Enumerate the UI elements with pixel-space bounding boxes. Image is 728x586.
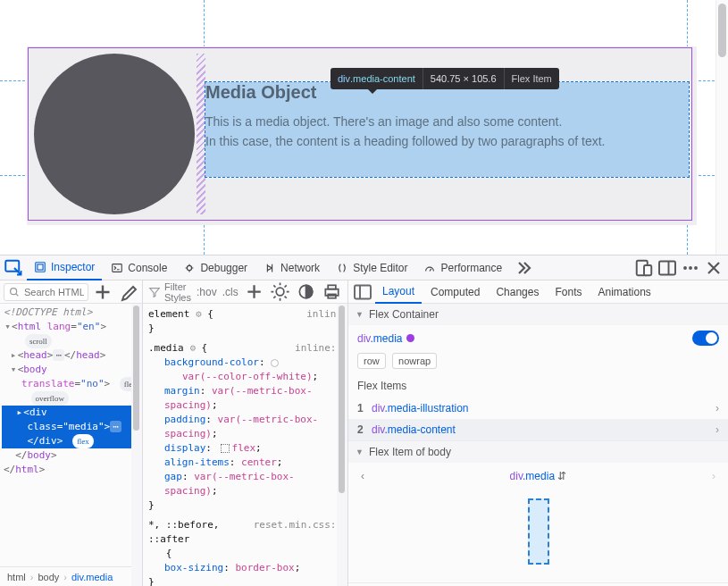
crumb-current[interactable]: div.media <box>70 572 114 582</box>
pick-element-icon[interactable] <box>4 257 25 279</box>
performance-icon <box>423 262 436 274</box>
badge-flex[interactable]: flex <box>72 434 94 448</box>
search-html[interactable] <box>4 283 88 301</box>
markup-scrollbar[interactable] <box>131 304 142 586</box>
doctype: <!DOCTYPE html> <box>4 306 92 318</box>
tab-performance[interactable]: Performance <box>416 255 509 280</box>
tab-console[interactable]: Console <box>104 255 174 280</box>
prev-sibling-icon[interactable]: ‹ <box>361 470 364 482</box>
hov-toggle[interactable]: :hov <box>197 286 217 298</box>
twisty-icon: ▼ <box>356 448 364 456</box>
tab-label: Console <box>128 262 167 274</box>
gear-icon[interactable]: ⚙ <box>189 342 196 354</box>
overlay-toggle[interactable] <box>692 331 719 346</box>
inspector-icon <box>34 261 46 273</box>
badge-scroll[interactable]: scroll <box>25 334 52 348</box>
add-node-icon[interactable] <box>92 281 113 303</box>
scrollbar-thumb[interactable] <box>718 4 726 57</box>
responsive-mode-icon[interactable] <box>633 257 655 279</box>
tab-style-editor[interactable]: Style Editor <box>329 255 414 280</box>
svg-point-10 <box>694 266 698 270</box>
side-tab-animations[interactable]: Animations <box>590 280 657 304</box>
css-prop[interactable]: background-color <box>164 356 259 368</box>
chevron-right-icon: › <box>28 572 37 582</box>
css-prop[interactable]: gap <box>164 471 182 482</box>
selected-node[interactable]: ▸<div <box>2 406 142 420</box>
tab-debugger[interactable]: Debugger <box>176 255 255 280</box>
contrast-icon[interactable] <box>296 281 316 303</box>
side-tab-changes[interactable]: Changes <box>489 280 546 304</box>
badge-overflow[interactable]: overflow <box>31 391 70 406</box>
svg-rect-15 <box>328 285 336 289</box>
css-prop[interactable]: padding <box>164 414 205 425</box>
css-value[interactable]: flex <box>232 442 256 454</box>
overflow-tabs-icon[interactable] <box>511 257 532 279</box>
markup-pane: <!DOCTYPE html> ▾<html lang="en"> scroll… <box>0 280 143 586</box>
rule-selector[interactable]: *, ::before, ::after <box>148 518 254 547</box>
svg-rect-17 <box>355 285 371 298</box>
more-options-icon[interactable] <box>680 257 701 279</box>
cls-toggle[interactable]: .cls <box>222 286 238 298</box>
close-devtools-icon[interactable] <box>703 257 724 279</box>
side-tabs: Layout Computed Changes Fonts Animations <box>348 280 728 304</box>
print-media-icon[interactable] <box>322 281 342 303</box>
search-html-input[interactable] <box>24 287 84 297</box>
svg-rect-2 <box>38 264 43 270</box>
eyedropper-icon[interactable] <box>117 281 138 303</box>
rule-selector[interactable]: .media <box>148 342 184 354</box>
flex-item-row[interactable]: 1 div.media-illustration › <box>348 398 728 419</box>
flex-container-link[interactable]: div.media <box>357 332 402 345</box>
css-prop[interactable]: box-sizing <box>164 562 223 573</box>
section-flex-item-of: ▼Flex Item of body ‹ div.media ⇵ › <box>348 441 728 583</box>
flex-badge-icon[interactable] <box>221 444 230 453</box>
layout-pane: Layout Computed Changes Fonts Animations… <box>348 280 728 586</box>
section-title: Flex Container <box>369 308 439 321</box>
crumb[interactable]: html <box>5 572 28 582</box>
rule-source[interactable]: inline:5 <box>295 341 342 356</box>
gear-icon[interactable]: ⚙ <box>196 308 202 320</box>
page-scrollbar[interactable] <box>715 0 728 255</box>
css-prop[interactable]: display <box>164 442 205 454</box>
light-mode-icon[interactable] <box>270 281 290 303</box>
chevron-right-icon: › <box>715 402 719 414</box>
flex-parent-link[interactable]: div.media ⇵ <box>510 470 567 482</box>
tooltip-dimensions: 540.75 × 105.6 <box>423 68 504 89</box>
tooltip-class: .media-content <box>350 73 415 84</box>
side-tab-layout[interactable]: Layout <box>375 280 422 304</box>
tab-network[interactable]: Network <box>256 255 327 280</box>
flex-item-outline <box>528 498 549 565</box>
chevron-right-icon: › <box>61 572 70 582</box>
section-header[interactable]: ▼Flex Item of body <box>348 441 728 463</box>
rules-toolbar: Filter Styles :hov .cls <box>143 280 347 304</box>
filter-styles[interactable]: Filter Styles <box>148 281 191 303</box>
devtools-toolbar: Inspector Console Debugger Network Style… <box>0 255 728 280</box>
css-value[interactable]: var(--color-off-white) <box>182 371 313 382</box>
rule-selector[interactable]: element <box>148 308 189 320</box>
markup-tree[interactable]: <!DOCTYPE html> ▾<html lang="en"> scroll… <box>0 304 142 566</box>
side-tab-fonts[interactable]: Fonts <box>548 280 589 304</box>
rules-list[interactable]: element ⚙ {inline } .media ⚙ {inline:5 b… <box>143 304 347 586</box>
css-prop[interactable]: align-items <box>164 456 230 468</box>
scrollbar-thumb[interactable] <box>339 306 345 493</box>
css-value[interactable]: border-box <box>235 562 294 573</box>
css-value[interactable]: var(--metric-box-spacing) <box>164 471 295 497</box>
crumb[interactable]: body <box>36 572 61 582</box>
css-prop[interactable]: margin <box>164 385 200 397</box>
rules-scrollbar[interactable] <box>337 304 347 586</box>
overlay-color-swatch[interactable] <box>406 334 414 342</box>
side-tab-computed[interactable]: Computed <box>423 280 487 304</box>
tab-inspector[interactable]: Inspector <box>27 255 102 280</box>
add-rule-icon[interactable] <box>244 281 264 303</box>
dock-side-icon[interactable] <box>657 257 678 279</box>
section-header[interactable]: ▼Flex Container <box>348 304 728 325</box>
flex-item-row[interactable]: 2 div.media-content › <box>348 419 728 440</box>
tab-label: Style Editor <box>353 262 407 274</box>
next-sibling-icon[interactable]: › <box>712 470 715 482</box>
color-swatch[interactable] <box>271 359 279 367</box>
rule-source[interactable]: reset.min.css:1 <box>254 518 342 547</box>
flex-items-label: Flex Items <box>357 380 719 392</box>
css-value[interactable]: center <box>241 456 277 468</box>
rules-pane: Filter Styles :hov .cls element ⚙ {inlin… <box>143 280 348 586</box>
toggle-sidebar-icon[interactable] <box>352 281 373 303</box>
scrollbar-thumb[interactable] <box>133 306 139 431</box>
